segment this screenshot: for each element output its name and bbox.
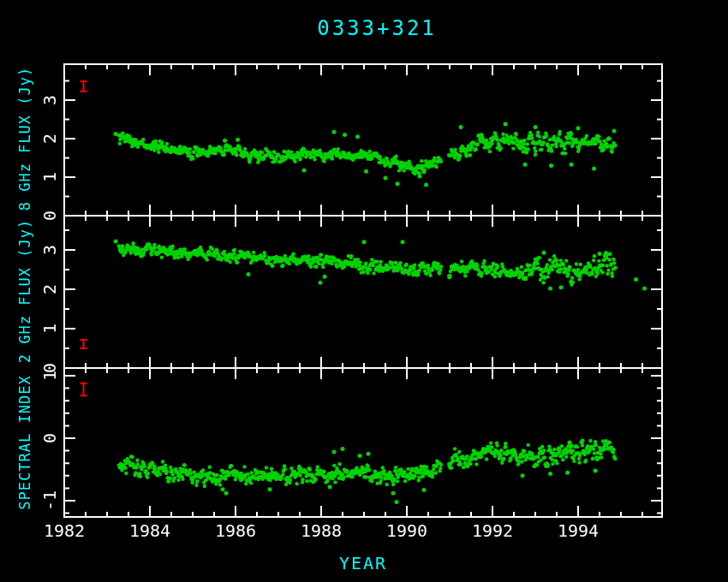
x-tick-label: 1992	[472, 520, 513, 541]
x-tick-label: 1982	[44, 520, 85, 541]
x-axis-label: YEAR	[339, 553, 387, 573]
y-tick-label: 0	[39, 433, 60, 443]
y-tick-label: 2	[39, 284, 60, 294]
x-tick-label: 1994	[558, 520, 599, 541]
y-tick-label: 0	[39, 211, 60, 221]
x-tick-label: 1988	[301, 520, 342, 541]
y-tick-label: -1	[39, 490, 60, 511]
x-tick-label: 1984	[129, 520, 170, 541]
y-axis-label-spectral-index: SPECTRAL INDEX	[16, 375, 33, 509]
y-tick-label: 1	[39, 172, 60, 182]
y-tick-label: 2	[39, 134, 60, 144]
y-tick-label: 3	[39, 95, 60, 105]
light-curve-figure: 0333+321 8 GHz FLUX (Jy) 2 GHz FLUX (Jy)…	[0, 0, 728, 582]
y-tick-label: 1	[39, 324, 60, 334]
y-axis-label-8ghz-flux: 8 GHz FLUX (Jy)	[16, 67, 33, 211]
x-tick-label: 1990	[386, 520, 427, 541]
y-tick-label: 3	[39, 245, 60, 255]
plot-canvas	[0, 0, 728, 582]
x-tick-label: 1986	[215, 520, 256, 541]
y-tick-label: 1	[39, 371, 60, 381]
y-axis-label-2ghz-flux: 2 GHz FLUX (Jy)	[16, 219, 33, 364]
chart-title: 0333+321	[317, 16, 437, 40]
